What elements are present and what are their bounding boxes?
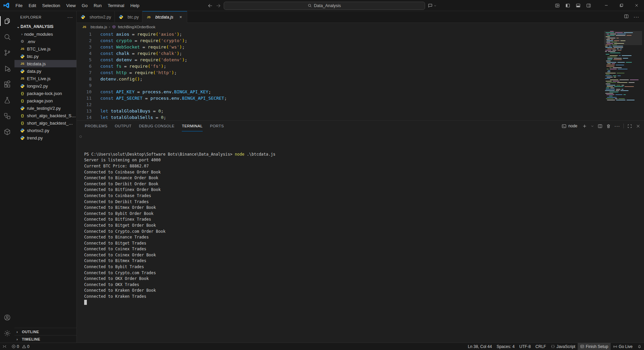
tree-item-btc-py[interactable]: btc.py [14, 53, 76, 60]
split-editor-icon[interactable] [624, 14, 629, 20]
code-token: 'chalk' [158, 51, 177, 56]
new-terminal-icon[interactable] [582, 124, 587, 129]
tree-item-rule-testingv2-py[interactable]: rule_testingV2.py [14, 104, 76, 112]
menu-go[interactable]: Go [79, 2, 91, 9]
line-number: 2 [77, 37, 92, 44]
terminal-dropdown-icon[interactable] [590, 124, 594, 128]
explorer-more-actions-icon[interactable]: ··· [67, 14, 73, 20]
breadcrumb-file[interactable]: btcdata.js [91, 25, 107, 29]
forward-icon[interactable] [215, 3, 221, 8]
code-line: const axios = require('axios'); [100, 31, 227, 37]
status-indentation[interactable]: Spaces: 4 [494, 343, 517, 350]
terminal-line: Connected to Crypto.com Trades [84, 270, 644, 276]
tree-item-node-modules[interactable]: ›node_modules [14, 30, 76, 38]
close-tab-icon[interactable]: × [178, 14, 183, 20]
terminal-output[interactable]: PS C:\Users\solut\Desktop\Software Bots\… [77, 131, 644, 343]
maximize-panel-icon[interactable] [627, 124, 632, 129]
menu-help[interactable]: Help [127, 2, 142, 9]
status-eol[interactable]: CRLF [533, 343, 548, 350]
editor-more-actions-icon[interactable]: ··· [634, 14, 639, 20]
tab-shortsv2-py[interactable]: shortsv2.py [77, 11, 115, 23]
sidebar-section-outline[interactable]: ›OUTLINE [14, 328, 76, 335]
terminal-shell-chip[interactable]: node [562, 124, 577, 129]
menu-view[interactable]: View [63, 2, 79, 9]
code-token: fs [116, 64, 122, 69]
tree-item-short-algo-backtest-sui-[interactable]: {}short_algo_backtest_SUI... [14, 112, 76, 119]
toggle-secondary-sidebar-icon[interactable] [586, 3, 591, 8]
sidebar-section-timeline[interactable]: ›TIMELINE [14, 335, 76, 343]
status-cursor-position[interactable]: Ln 38, Col 44 [466, 343, 494, 350]
close-panel-icon[interactable] [636, 124, 641, 129]
command-decoration-icon[interactable] [79, 135, 82, 138]
code-token: WebSocket [116, 44, 140, 50]
tab-btcdata-js[interactable]: JSbtcdata.js× [142, 11, 187, 23]
restore-button[interactable] [614, 0, 629, 11]
tree-item-package-lock-json[interactable]: {}package-lock.json [14, 90, 76, 97]
tree-item-btc-live-js[interactable]: JSBTC_Live.js [14, 45, 76, 53]
panel-tab-terminal[interactable]: TERMINAL [182, 121, 202, 131]
status-encoding[interactable]: UTF-8 [517, 343, 533, 350]
minimap[interactable] [604, 31, 642, 105]
toggle-panel-icon[interactable] [576, 3, 581, 8]
line-number: 10 [77, 89, 92, 95]
tree-item-longsv2-py[interactable]: longsv2.py [14, 82, 76, 90]
panel-tab-debug-console[interactable]: DEBUG CONSOLE [139, 121, 175, 131]
menu-file[interactable]: File [12, 2, 26, 9]
tree-item-trend-py[interactable]: trend.py [14, 134, 76, 141]
activity-run-debug-icon[interactable] [0, 61, 14, 76]
tree-item-btcdata-js[interactable]: JSbtcdata.js [14, 60, 76, 67]
activity-remote-explorer-icon[interactable] [0, 108, 14, 124]
minimize-button[interactable] [599, 0, 614, 11]
panel-tab-problems[interactable]: PROBLEMS [85, 121, 107, 131]
activity-source-control-icon[interactable] [0, 45, 14, 61]
split-terminal-icon[interactable] [598, 124, 603, 129]
terminal-line: Connected to Kraken Trades [84, 294, 644, 300]
menu-selection[interactable]: Selection [39, 2, 63, 9]
status-go-live[interactable]: Go Live [611, 343, 635, 350]
title-bar: FileEditSelectionViewGoRunTerminalHelp D… [0, 0, 644, 11]
problems-indicator[interactable]: 0 0 [9, 343, 33, 350]
activity-settings-icon[interactable] [0, 325, 14, 341]
minimap-line [605, 78, 642, 79]
search-input[interactable]: Data_Analysis [224, 2, 425, 10]
minimap-token [606, 84, 610, 84]
breadcrumb-symbol[interactable]: fetchBingXOrderBook [118, 25, 155, 29]
breadcrumb[interactable]: JS btcdata.js › fetchBingXOrderBook [77, 23, 644, 31]
activity-search-icon[interactable] [0, 29, 14, 45]
menu-edit[interactable]: Edit [26, 2, 39, 9]
panel-more-actions-icon[interactable]: ··· [614, 123, 620, 129]
toggle-primary-sidebar-icon[interactable] [565, 3, 570, 8]
tab-btc-py[interactable]: btc.py [115, 11, 142, 23]
menu-run[interactable]: Run [91, 2, 105, 9]
tree-item--env[interactable]: ⚙.env [14, 38, 76, 45]
status-language-mode[interactable]: JavaScript [548, 343, 578, 350]
tree-item-eth-live-js[interactable]: JSETH_Live.js [14, 75, 76, 82]
code-line: const API_KEY = process.env.BINGX_API_KE… [100, 89, 227, 95]
remote-indicator[interactable] [0, 343, 9, 350]
activity-account-icon[interactable] [0, 310, 14, 325]
activity-testing-icon[interactable] [0, 92, 14, 108]
activity-explorer-icon[interactable] [0, 13, 14, 29]
tree-item-data-py[interactable]: data.py [14, 67, 76, 75]
kill-terminal-icon[interactable] [606, 124, 611, 129]
notifications-bell[interactable] [635, 343, 644, 350]
customize-layout-icon[interactable] [555, 3, 560, 8]
minimap-token [606, 89, 615, 90]
panel-tab-output[interactable]: OUTPUT [115, 121, 132, 131]
code-token: ) [161, 64, 164, 69]
activity-containers-icon[interactable] [0, 124, 14, 140]
tree-item-package-json[interactable]: {}package.json [14, 97, 76, 104]
tree-item-short-algo-backtest-wif-[interactable]: {}short_algo_backtest_WIF... [14, 119, 76, 127]
menu-terminal[interactable]: Terminal [105, 2, 127, 9]
code-editor[interactable]: 1234567891011121314 const axios = requir… [77, 31, 644, 120]
back-icon[interactable] [207, 3, 213, 8]
tree-root[interactable]: ⌄DATA_ANALYSIS [14, 23, 76, 30]
close-window-button[interactable] [629, 0, 644, 11]
minimap-line [605, 93, 642, 94]
copilot-button[interactable] [428, 3, 437, 8]
terminal-line: Connected to Coinbase Order Book [84, 169, 644, 176]
tree-item-shortsv2-py[interactable]: shortsv2.py [14, 127, 76, 134]
status-finish-setup[interactable]: Finish Setup [578, 343, 611, 350]
activity-extensions-icon[interactable] [0, 76, 14, 92]
panel-tab-ports[interactable]: PORTS [210, 121, 224, 131]
